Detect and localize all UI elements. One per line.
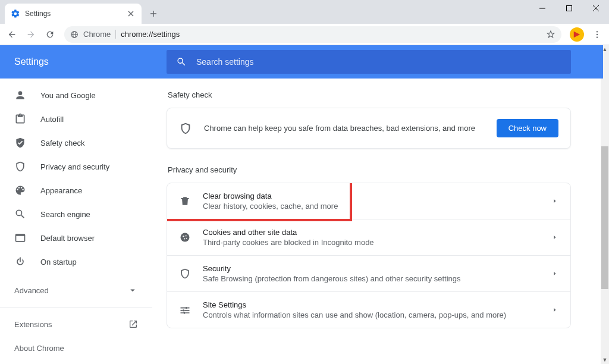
sidebar-item-label: You and Google bbox=[40, 91, 96, 100]
row-title: Security bbox=[203, 264, 539, 273]
omnibox-url: chrome://settings bbox=[121, 30, 180, 39]
sidebar-item-label: Search engine bbox=[40, 210, 90, 219]
settings-main: Safety check Chrome can help keep you sa… bbox=[152, 45, 609, 364]
forward-button[interactable] bbox=[23, 26, 39, 43]
safety-check-section-title: Safety check bbox=[168, 90, 571, 99]
sidebar-divider bbox=[0, 307, 152, 307]
new-tab-button[interactable] bbox=[145, 5, 162, 22]
sidebar-item-autofill[interactable]: Autofill bbox=[0, 107, 152, 131]
privacy-list-card: Clear browsing data Clear history, cooki… bbox=[167, 183, 571, 328]
sidebar-item-search-engine[interactable]: Search engine bbox=[0, 202, 152, 226]
row-security[interactable]: Security Safe Browsing (protection from … bbox=[167, 256, 570, 292]
sidebar-item-label: Autofill bbox=[40, 115, 64, 124]
address-bar[interactable]: Chrome chrome://settings bbox=[64, 26, 561, 43]
vertical-scrollbar[interactable]: ▲ ▼ bbox=[601, 45, 609, 364]
omnibox-origin: Chrome bbox=[83, 30, 116, 39]
safety-check-card: Chrome can help keep you safe from data … bbox=[167, 108, 571, 149]
svg-point-8 bbox=[186, 236, 187, 237]
shield-icon bbox=[14, 161, 26, 172]
chevron-right-icon bbox=[551, 197, 558, 205]
sidebar-item-safety-check[interactable]: Safety check bbox=[0, 131, 152, 155]
sidebar-item-extensions[interactable]: Extensions bbox=[0, 312, 152, 336]
window-close-button[interactable] bbox=[582, 0, 609, 17]
settings-page: Settings You and Google Autofill Safety … bbox=[0, 45, 609, 364]
sidebar-advanced-toggle[interactable]: Advanced bbox=[0, 278, 152, 302]
settings-search-box[interactable] bbox=[167, 50, 571, 74]
window-controls bbox=[529, 0, 609, 20]
row-subtitle: Third-party cookies are blocked in Incog… bbox=[203, 238, 539, 247]
reload-button[interactable] bbox=[42, 26, 58, 43]
row-clear-browsing-data[interactable]: Clear browsing data Clear history, cooki… bbox=[167, 183, 570, 219]
back-button[interactable] bbox=[4, 26, 20, 43]
sidebar-item-on-startup[interactable]: On startup bbox=[0, 250, 152, 274]
sidebar-item-label: Appearance bbox=[40, 186, 82, 195]
chevron-right-icon bbox=[551, 234, 558, 241]
svg-point-3 bbox=[597, 31, 598, 32]
row-site-settings[interactable]: Site Settings Controls what information … bbox=[167, 292, 570, 328]
svg-point-10 bbox=[186, 238, 187, 239]
svg-point-9 bbox=[184, 238, 185, 239]
browser-tab[interactable]: Settings bbox=[5, 4, 142, 24]
svg-point-4 bbox=[597, 33, 598, 34]
sliders-icon bbox=[179, 304, 191, 316]
sidebar-item-label: Safety check bbox=[40, 139, 84, 148]
row-title: Site Settings bbox=[203, 300, 539, 309]
row-subtitle: Clear history, cookies, cache, and more bbox=[203, 202, 539, 211]
sidebar-item-privacy-security[interactable]: Privacy and security bbox=[0, 155, 152, 178]
row-subtitle: Safe Browsing (protection from dangerous… bbox=[203, 274, 539, 283]
tab-title: Settings bbox=[25, 10, 121, 18]
svg-rect-0 bbox=[566, 6, 572, 11]
shield-check-icon bbox=[14, 137, 26, 149]
clipboard-icon bbox=[14, 113, 26, 125]
trash-icon bbox=[179, 195, 191, 207]
page-title: Settings bbox=[0, 57, 152, 67]
settings-search-input[interactable] bbox=[196, 57, 561, 67]
chevron-right-icon bbox=[551, 270, 558, 277]
privacy-section-title: Privacy and security bbox=[168, 165, 571, 174]
chevron-right-icon bbox=[551, 306, 558, 313]
power-icon bbox=[14, 256, 26, 268]
sidebar-item-label: Default browser bbox=[40, 234, 95, 243]
browser-menu-button[interactable] bbox=[589, 26, 605, 43]
window-maximize-button[interactable] bbox=[555, 0, 582, 17]
browser-window-icon bbox=[14, 232, 26, 244]
page-header: Settings bbox=[0, 45, 603, 79]
sidebar-item-you-and-google[interactable]: You and Google bbox=[0, 83, 152, 107]
about-label: About Chrome bbox=[14, 344, 64, 353]
shield-icon bbox=[179, 122, 192, 135]
safety-check-text: Chrome can help keep you safe from data … bbox=[204, 124, 485, 133]
svg-point-6 bbox=[181, 233, 190, 242]
svg-point-11 bbox=[186, 307, 187, 309]
extension-icon[interactable] bbox=[570, 27, 584, 42]
sidebar-item-appearance[interactable]: Appearance bbox=[0, 178, 152, 202]
magnify-icon bbox=[14, 208, 26, 220]
row-title: Clear browsing data bbox=[203, 192, 539, 200]
site-info-icon[interactable] bbox=[70, 30, 79, 39]
chevron-down-icon bbox=[127, 285, 138, 296]
settings-gear-icon bbox=[11, 9, 20, 18]
advanced-label: Advanced bbox=[14, 286, 49, 295]
scroll-thumb[interactable] bbox=[601, 146, 608, 289]
svg-point-12 bbox=[183, 309, 184, 311]
row-cookies[interactable]: Cookies and other site data Third-party … bbox=[167, 219, 570, 256]
settings-sidebar: You and Google Autofill Safety check Pri… bbox=[0, 45, 152, 364]
palette-icon bbox=[14, 184, 26, 196]
svg-point-13 bbox=[184, 312, 186, 313]
check-now-button[interactable]: Check now bbox=[497, 119, 558, 137]
shield-outline-icon bbox=[179, 268, 191, 280]
search-icon bbox=[176, 57, 187, 67]
sidebar-item-about[interactable]: About Chrome bbox=[0, 336, 152, 360]
svg-point-7 bbox=[183, 236, 184, 237]
row-title: Cookies and other site data bbox=[203, 228, 539, 237]
window-minimize-button[interactable] bbox=[529, 0, 555, 17]
window-titlebar: Settings bbox=[0, 0, 609, 24]
scroll-down-arrow[interactable]: ▼ bbox=[601, 356, 609, 364]
sidebar-item-label: On startup bbox=[40, 258, 77, 266]
cookie-icon bbox=[179, 231, 191, 243]
open-external-icon bbox=[128, 319, 138, 329]
bookmark-star-icon[interactable] bbox=[546, 30, 555, 39]
svg-point-5 bbox=[597, 36, 598, 37]
browser-toolbar: Chrome chrome://settings bbox=[0, 24, 609, 45]
tab-close-button[interactable] bbox=[126, 9, 136, 18]
sidebar-item-default-browser[interactable]: Default browser bbox=[0, 226, 152, 250]
